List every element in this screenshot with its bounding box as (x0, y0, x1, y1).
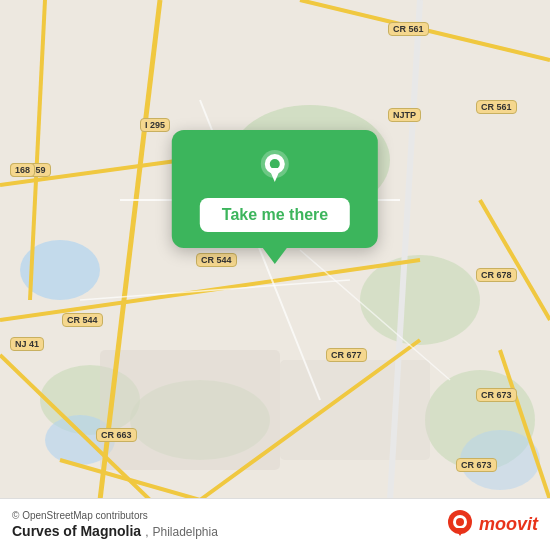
info-bar: © OpenStreetMap contributors Curves of M… (0, 498, 550, 550)
take-me-there-button[interactable]: Take me there (200, 198, 350, 232)
location-pin-icon (253, 146, 297, 190)
svg-point-2 (360, 255, 480, 345)
svg-point-28 (270, 159, 280, 169)
svg-rect-9 (100, 350, 280, 470)
location-city: Philadelphia (152, 525, 217, 539)
location-name: Curves of Magnolia (12, 523, 141, 539)
svg-point-32 (456, 518, 464, 526)
svg-rect-10 (280, 360, 430, 460)
popup-card: Take me there (172, 130, 378, 248)
moovit-logo: moovit (445, 510, 538, 540)
moovit-pin-icon (445, 510, 475, 540)
location-city-separator: , (145, 525, 148, 539)
osm-attribution: © OpenStreetMap contributors (12, 510, 445, 521)
moovit-text: moovit (479, 514, 538, 535)
map-container: CR 561 CR 561 CR 659 I 295 NJTP CR 544 C… (0, 0, 550, 550)
